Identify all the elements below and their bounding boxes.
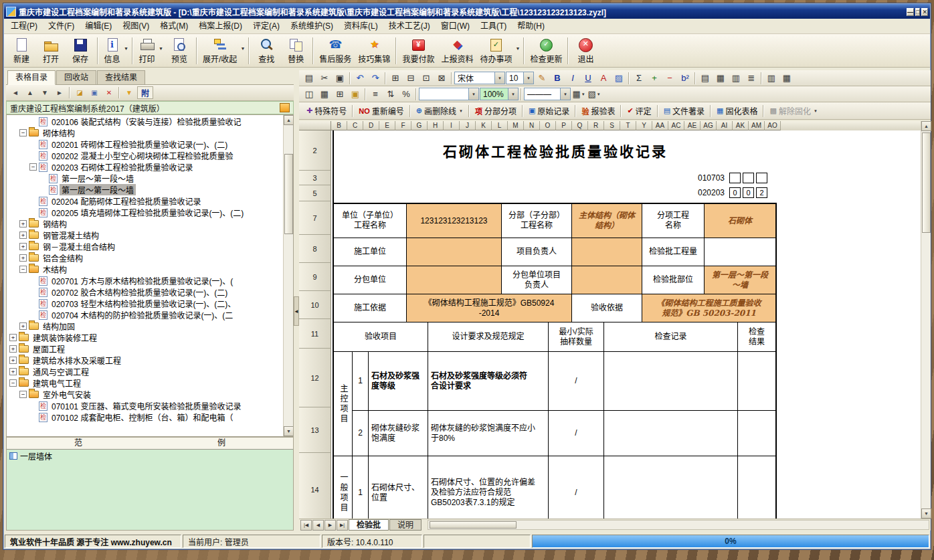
tree-item[interactable]: 检020704 木结构的防护检验批质量验收记录(一)、(二 (7, 309, 283, 320)
todo-button[interactable]: 待办事项▼ (476, 35, 521, 66)
menu-item[interactable]: 技术工艺(J) (383, 19, 436, 33)
column-header[interactable]: AG (700, 121, 717, 130)
sheet-tab-检验批[interactable]: 检验批 (349, 519, 389, 531)
dropdown-arrow-icon[interactable]: ▼ (240, 46, 245, 51)
tree-item[interactable]: 检020202 混凝土小型空心砌块砌体工程检验批质量验 (7, 150, 283, 161)
tree-item[interactable]: −室外电气安装 (7, 389, 283, 400)
column-header[interactable]: L (492, 121, 508, 130)
scroll-up-icon[interactable]: ▲ (284, 115, 294, 125)
sheet-tab-说明[interactable]: 说明 (389, 519, 422, 531)
scroll-up-icon[interactable]: ▲ (921, 121, 931, 131)
menu-item[interactable]: 编辑(E) (80, 19, 117, 33)
maximize-button[interactable]: □ (915, 8, 920, 16)
inspection-form-button[interactable]: 验报验表 (577, 104, 620, 118)
menu-item[interactable]: 系统维护(S) (285, 19, 339, 33)
tree-button[interactable]: 展开/收起▼ (199, 35, 246, 66)
column-header[interactable]: R (588, 121, 604, 130)
row-header[interactable]: 13 (299, 407, 331, 453)
columns-icon[interactable]: ▥ (764, 72, 779, 85)
renumber-button[interactable]: NO重新编号 (354, 104, 409, 118)
tree-item[interactable]: 检020205 填充墙砌体工程检验批质量验收记录(一)、(二) (7, 207, 283, 218)
delete-row-icon[interactable]: ⊟ (403, 72, 418, 85)
dropdown-arrow-icon[interactable]: ▼ (124, 46, 128, 51)
combo-dropdown-icon[interactable]: ▼ (508, 88, 518, 100)
cut-icon[interactable]: ✂ (317, 72, 332, 85)
form-record-cell[interactable] (603, 456, 737, 519)
sheet-nav-icon[interactable]: ▶ (324, 520, 336, 531)
nav-forward-icon[interactable]: ► (53, 86, 66, 99)
page-setup-icon[interactable]: ▤ (302, 72, 316, 85)
tree-scrollbar[interactable]: ▲ ▼ (283, 115, 293, 436)
column-header[interactable]: E (379, 121, 395, 130)
form-value-cell[interactable] (704, 238, 775, 266)
tree-item[interactable]: 检020703 轻型木结构检验批质量验收记录(一)、(二)、 (7, 298, 283, 309)
column-header[interactable]: D (363, 121, 379, 130)
pattern-style-icon[interactable]: ▧▼ (587, 88, 601, 101)
column-header[interactable]: AA (652, 121, 668, 130)
row-header[interactable]: 7 (299, 201, 331, 235)
sort-icon[interactable]: ⇅ (383, 88, 398, 101)
superscript-icon[interactable]: b² (678, 72, 692, 85)
menu-item[interactable]: 窗口(W) (436, 19, 475, 33)
column-header[interactable]: N (524, 121, 540, 130)
sheet-nav-icon[interactable]: ◀ (312, 520, 324, 531)
print-button[interactable]: 打印▼ (135, 35, 165, 66)
menu-item[interactable]: 工程(P) (5, 19, 43, 33)
close-button[interactable]: ✕ (921, 8, 928, 16)
open-button[interactable]: 打开 (36, 35, 66, 66)
code-box[interactable] (743, 173, 754, 183)
nav-down-icon[interactable]: ▼ (38, 86, 52, 99)
tips-button[interactable]: 技巧集锦 (355, 35, 393, 66)
form-value-cell[interactable]: 主体结构（砌体 结构） (571, 204, 642, 238)
row-header[interactable]: 11 (299, 319, 331, 349)
example-item[interactable]: 一层墙体 (7, 450, 293, 462)
bold-icon[interactable]: B (550, 72, 565, 85)
lock-cell-icon[interactable]: ▣ (348, 88, 363, 101)
tree-item[interactable]: −建筑电气工程 (7, 377, 283, 389)
form-value-cell[interactable]: 123123123213123 (406, 204, 501, 238)
strikeout-button[interactable]: ⊕画删除线▼ (411, 104, 468, 118)
menu-item[interactable]: 工具(T) (475, 19, 512, 33)
dropdown-arrow-icon[interactable]: ▼ (515, 46, 520, 51)
new-button[interactable]: 新建 (7, 35, 36, 66)
zoom-select[interactable]: 100%▼ (480, 88, 519, 100)
expand-toggle-icon[interactable]: − (9, 379, 17, 387)
form-value-cell[interactable] (571, 238, 642, 266)
subitem-button[interactable]: 项分部分项 (470, 104, 521, 118)
column-header[interactable]: AK (733, 121, 749, 130)
tree-item[interactable]: +结构加固 (7, 320, 283, 332)
expand-toggle-icon[interactable]: − (19, 391, 27, 398)
merge-cells-icon[interactable]: ◫ (302, 88, 316, 101)
column-header[interactable]: Q (572, 121, 588, 130)
combo-dropdown-icon[interactable]: ▼ (523, 72, 533, 84)
expand-toggle-icon[interactable]: + (9, 345, 17, 353)
copy-node-icon[interactable]: ▣ (88, 86, 101, 99)
column-header[interactable]: K (476, 121, 492, 130)
border-style-icon[interactable]: ▦▼ (571, 88, 586, 101)
row-header[interactable]: 8 (299, 235, 331, 263)
column-header[interactable]: J (460, 121, 476, 130)
exit-button[interactable]: 退出 (571, 35, 600, 66)
expand-toggle-icon[interactable]: − (19, 129, 27, 136)
delete-node-icon[interactable]: ✕ (102, 86, 116, 99)
file-catalog-button[interactable]: ▤文件著录 (659, 104, 709, 118)
tree-item[interactable]: 检020201 砖砌体工程检验批质量验收记录(一)、(二) (7, 138, 283, 150)
column-header[interactable]: G (411, 121, 428, 130)
tree-item[interactable]: 检第一层～第一段～墙 (7, 184, 283, 195)
split-cells-icon[interactable]: ▦ (317, 88, 332, 101)
special-symbol-button[interactable]: ✚特殊符号 (302, 104, 351, 118)
form-value-cell[interactable]: 《砌体结构工程施工质量验收 规范》GB 50203-2011 (642, 294, 775, 322)
border-all-icon[interactable]: ⊞ (333, 88, 347, 101)
tab-查找结果[interactable]: 查找结果 (97, 70, 145, 84)
code-box[interactable]: 0 (729, 187, 741, 198)
column-header[interactable]: AM (749, 121, 765, 130)
align-center-icon[interactable]: ▦ (713, 72, 728, 85)
tree-item[interactable]: +钢－混凝土组合结构 (7, 241, 283, 252)
select-all-corner[interactable] (299, 121, 331, 130)
save-button[interactable]: 保存 (66, 35, 95, 66)
combo-dropdown-icon[interactable]: ▼ (468, 88, 478, 100)
column-header[interactable]: H (428, 121, 444, 130)
tree-item[interactable]: +钢结构 (7, 218, 283, 229)
tree-item[interactable]: 检020701 方木与原木结构检验批质量验收记录(一)、( (7, 275, 283, 286)
line-style-select[interactable]: ———▼ (524, 88, 571, 100)
